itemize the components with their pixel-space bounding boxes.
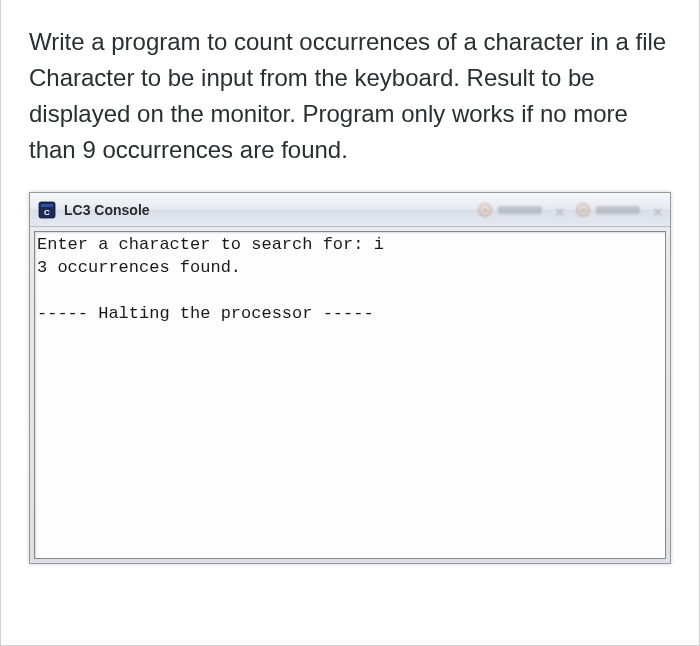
app-icon: C bbox=[38, 201, 56, 219]
window-title: LC3 Console bbox=[64, 202, 150, 218]
svg-text:C: C bbox=[44, 207, 50, 216]
console-window: C LC3 Console ✕ ✕ Enter a character to s… bbox=[29, 192, 671, 564]
title-bar-extras: ✕ ✕ bbox=[478, 203, 662, 217]
blurred-control: ✕ bbox=[554, 205, 564, 215]
blurred-control bbox=[478, 203, 542, 217]
blurred-control: ✕ bbox=[652, 205, 662, 215]
console-output: Enter a character to search for: i 3 occ… bbox=[34, 231, 666, 559]
question-text: Write a program to count occurrences of … bbox=[29, 24, 671, 168]
title-bar: C LC3 Console ✕ ✕ bbox=[30, 193, 670, 227]
blurred-control bbox=[576, 203, 640, 217]
